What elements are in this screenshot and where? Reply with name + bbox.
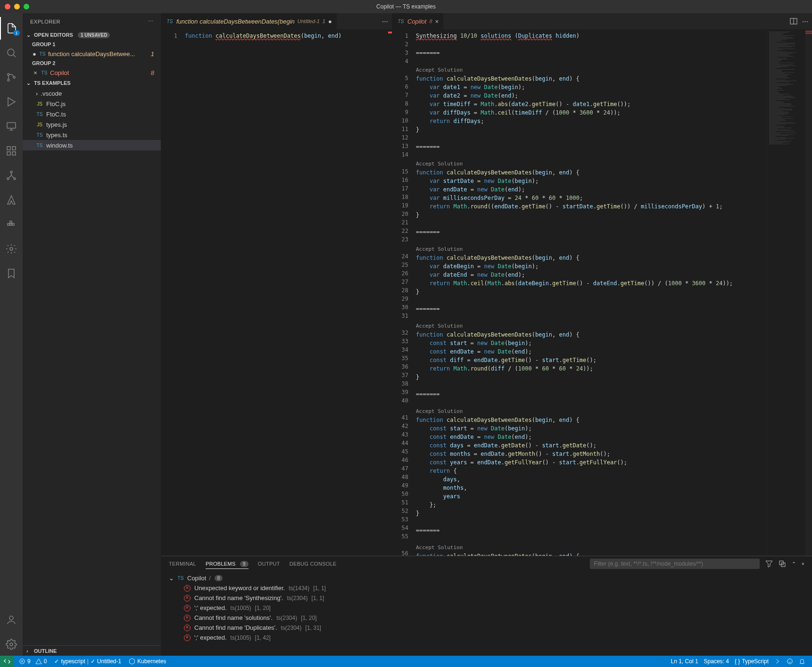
- tree-item-window-ts[interactable]: TSwindow.ts: [23, 140, 161, 150]
- activity-debug-icon[interactable]: [0, 91, 23, 113]
- collapse-all-icon[interactable]: [779, 560, 786, 568]
- overview-error-mark: [805, 33, 812, 34]
- svg-rect-12: [8, 223, 9, 225]
- activity-settings-icon[interactable]: [0, 633, 23, 656]
- problem-count: 8: [151, 69, 157, 76]
- close-icon[interactable]: ×: [435, 18, 439, 25]
- tab-copilot[interactable]: TS Copilot 8 ×: [392, 13, 444, 29]
- svg-rect-14: [12, 223, 14, 225]
- sidebar-more-icon[interactable]: ⋯: [148, 18, 154, 25]
- activity-extensions-icon[interactable]: [0, 140, 23, 162]
- tree-item--vscode[interactable]: ›.vscode: [23, 88, 161, 99]
- close-icon[interactable]: ×: [32, 69, 39, 76]
- activity-account-icon[interactable]: [0, 609, 23, 631]
- svg-rect-8: [12, 152, 16, 155]
- tab-more-icon[interactable]: ⋯: [802, 18, 808, 25]
- ts-file-icon: TS: [41, 70, 48, 75]
- tree-item-types-js[interactable]: JStypes.js: [23, 119, 161, 130]
- ts-file-icon: TS: [39, 51, 46, 57]
- problem-row[interactable]: ✕Unexpected keyword or identifier.ts(143…: [167, 583, 806, 593]
- ts-file-icon: TS: [36, 143, 43, 148]
- svg-rect-6: [12, 147, 16, 150]
- tree-item-types-ts[interactable]: TStypes.ts: [23, 130, 161, 140]
- ts-file-icon: TS: [166, 19, 174, 24]
- split-editor-icon[interactable]: [790, 17, 797, 25]
- svg-rect-15: [10, 221, 12, 223]
- editor-right[interactable]: 1 2 3 4 5 6 7 8 9 10 11 12 13 14 15 16 1…: [392, 30, 812, 556]
- svg-point-1: [8, 74, 9, 75]
- activity-explorer-icon[interactable]: 1: [0, 17, 23, 40]
- svg-point-16: [10, 247, 13, 250]
- panel-tab-terminal[interactable]: TERMINAL: [169, 559, 196, 568]
- group1-label: GROUP 1: [23, 40, 161, 49]
- panel-tab-output[interactable]: OUTPUT: [258, 559, 280, 568]
- tree-item-FtoC-ts[interactable]: TSFtoC.ts: [23, 109, 161, 119]
- panel-tab-debug[interactable]: DEBUG CONSOLE: [290, 559, 337, 568]
- minimap[interactable]: [767, 30, 812, 556]
- status-spaces[interactable]: Spaces: 4: [701, 658, 732, 665]
- overview-error-mark: [805, 31, 812, 32]
- chevron-right-icon: ›: [26, 648, 32, 654]
- tab-more-icon[interactable]: ⋯: [382, 18, 388, 25]
- chevron-down-icon: ⌄: [26, 80, 32, 86]
- svg-point-11: [14, 178, 16, 180]
- svg-rect-7: [7, 152, 10, 155]
- activity-remote-icon[interactable]: [0, 115, 23, 138]
- dirty-dot-icon: ●: [328, 18, 332, 25]
- error-icon: ✕: [184, 625, 191, 631]
- close-panel-icon[interactable]: ×: [802, 561, 804, 567]
- editor-left[interactable]: 1 function calculateDaysBetweenDates(beg…: [161, 30, 392, 556]
- status-bell-icon[interactable]: [796, 658, 808, 665]
- activity-kubernetes-icon[interactable]: [0, 238, 23, 260]
- problem-file-header[interactable]: ⌄ TS Copilot / 8: [167, 573, 806, 583]
- problem-row[interactable]: ✕';' expected.ts(1005)[1, 42]: [167, 633, 806, 642]
- window-minimize-button[interactable]: [14, 4, 20, 9]
- panel-tab-problems[interactable]: PROBLEMS 9: [206, 559, 249, 569]
- tree-item-FtoC-js[interactable]: JSFtoC.js: [23, 99, 161, 109]
- svg-point-0: [8, 49, 14, 56]
- problems-filter-input[interactable]: [590, 559, 760, 569]
- tab-untitled[interactable]: TS function calculateDaysBetweenDates(be…: [161, 13, 337, 29]
- chevron-up-icon[interactable]: ⌃: [792, 561, 796, 567]
- svg-point-10: [7, 178, 9, 180]
- window-close-button[interactable]: [5, 4, 10, 9]
- problem-row[interactable]: ✕';' expected.ts(1005)[1, 20]: [167, 603, 806, 613]
- activity-graph-icon[interactable]: [0, 164, 23, 187]
- problem-row[interactable]: ✕Cannot find name 'Duplicates'.ts(2304)[…: [167, 623, 806, 633]
- svg-rect-13: [10, 223, 12, 225]
- window-maximize-button[interactable]: [24, 4, 29, 9]
- status-kubernetes[interactable]: Kubernetes: [126, 656, 169, 667]
- activity-scm-icon[interactable]: [0, 66, 23, 89]
- activity-docker-icon[interactable]: [0, 213, 23, 236]
- js-file-icon: JS: [36, 101, 43, 107]
- status-lang-status[interactable]: ✓typescript | ✓Untitled-1: [51, 656, 124, 667]
- open-editor-copilot[interactable]: × TS Copilot 8: [23, 67, 161, 78]
- svg-point-17: [9, 616, 13, 620]
- ts-file-icon: TS: [397, 19, 405, 24]
- status-cursor[interactable]: Ln 1, Col 1: [668, 658, 701, 665]
- activity-search-icon[interactable]: [0, 41, 23, 64]
- svg-point-3: [13, 76, 15, 78]
- chevron-down-icon: ⌄: [169, 575, 174, 582]
- outline-header[interactable]: › OUTLINE: [23, 645, 161, 656]
- folder-header[interactable]: ⌄ TS EXAMPLES: [23, 78, 161, 88]
- svg-point-2: [8, 79, 9, 81]
- status-language[interactable]: { }TypeScript: [732, 658, 771, 665]
- problem-row[interactable]: ✕Cannot find name 'Synthesizing'.ts(2304…: [167, 593, 806, 603]
- error-icon: ✕: [184, 605, 191, 611]
- status-errors[interactable]: 9 0: [16, 656, 50, 667]
- activity-bookmarks-icon[interactable]: [0, 262, 23, 285]
- ts-file-icon: TS: [36, 112, 43, 117]
- overview-error-mark: [388, 32, 392, 33]
- error-icon: ✕: [184, 585, 191, 592]
- status-remote[interactable]: [0, 656, 14, 667]
- problem-row[interactable]: ✕Cannot find name 'solutions'.ts(2304)[1…: [167, 613, 806, 623]
- status-prettier-icon[interactable]: [771, 658, 784, 665]
- filter-icon[interactable]: [765, 560, 773, 568]
- open-editors-header[interactable]: ⌄ OPEN EDITORS 1 UNSAVED: [23, 30, 161, 40]
- status-feedback-icon[interactable]: [784, 658, 796, 665]
- open-editor-untitled[interactable]: ● TS function calculateDaysBetwee... 1: [23, 49, 161, 59]
- activity-azure-icon[interactable]: [0, 189, 23, 211]
- sidebar-title: EXPLORER: [30, 19, 60, 25]
- svg-point-9: [10, 171, 12, 173]
